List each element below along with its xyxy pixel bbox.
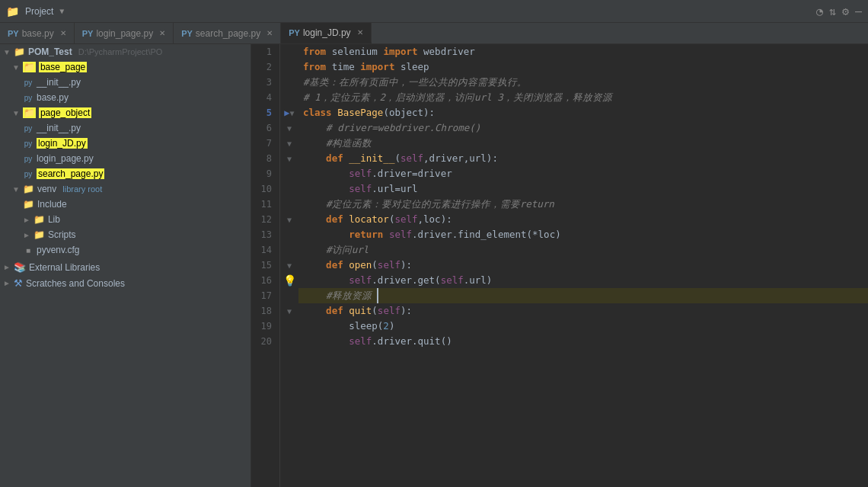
tab-base-py[interactable]: PY base.py ✕	[0, 23, 75, 43]
sidebar-file-init-2[interactable]: py __init__.py	[0, 120, 251, 136]
code-line-7[interactable]: #构造函数	[298, 136, 868, 151]
tab-close-login-jd-py[interactable]: ✕	[357, 28, 363, 37]
keyword-from: from	[303, 44, 326, 59]
code-line-16[interactable]: self .driver.get( self .url)	[298, 273, 868, 288]
code-line-18[interactable]: def quit ( self ):	[298, 303, 868, 319]
self-kw: self	[441, 273, 464, 288]
gutter-6[interactable]: ▼	[280, 120, 298, 136]
bulb-icon[interactable]: 💡	[283, 274, 296, 287]
comment-14: #访问url	[303, 242, 369, 258]
gutter-7[interactable]: ▼	[280, 136, 298, 151]
code-line-15[interactable]: def open ( self ):	[298, 258, 868, 273]
funcname-open: open	[349, 258, 372, 273]
keyword-import: import	[360, 59, 394, 75]
line-numbers: 1 2 3 4 5 6 7 8 9 10 11 12 13 14 15 16 1…	[251, 44, 280, 487]
gutter-12[interactable]: ▼	[280, 212, 298, 227]
tab-search-page-py[interactable]: PY search_page.py ✕	[174, 23, 281, 43]
code-line-4[interactable]: # 1，定位元素，2，启动浏览器，访问url 3，关闭浏览器，释放资源	[298, 90, 868, 105]
code-line-1[interactable]: from selenium import webdriver	[298, 44, 868, 59]
code-line-6[interactable]: # driver=webdriver.Chrome()	[298, 120, 868, 136]
sidebar-scratches-consoles[interactable]: ► ⚒ Scratches and Consoles	[0, 275, 251, 291]
sidebar-file-base-py[interactable]: py base.py	[0, 90, 251, 105]
sidebar-project-root[interactable]: ▼ 📁 POM_Test D:\PycharmProject\PO	[0, 44, 251, 59]
funcname-quit: quit	[349, 303, 372, 319]
fold-icon[interactable]: ▼	[290, 109, 295, 117]
exec-arrow-icon: ▶	[284, 107, 289, 118]
line-num-7: 7	[251, 136, 275, 151]
tab-label: login_page.py	[96, 28, 153, 39]
line-num-13: 13	[251, 227, 275, 242]
sidebar-file-login-jd[interactable]: py login_JD.py	[0, 136, 251, 151]
sidebar-folder-base-page[interactable]: ▼ 📁 base_page	[0, 59, 251, 75]
file-name: login_JD.py	[37, 138, 88, 149]
sidebar-file-pyvenv-cfg[interactable]: ■ pyvenv.cfg	[0, 242, 251, 258]
sidebar: ▼ 📁 POM_Test D:\PycharmProject\PO ▼ 📁 ba…	[0, 44, 251, 487]
expand-arrow-icon: ▼	[3, 48, 11, 56]
chevron-down-icon[interactable]: ▼	[59, 7, 64, 15]
fold-icon[interactable]: ▼	[287, 155, 292, 163]
top-bar: 📁 Project ▼ ◔ ⇅ ⚙ –	[0, 0, 868, 23]
fold-icon[interactable]: ▼	[287, 124, 292, 133]
code-area: 1 2 3 4 5 6 7 8 9 10 11 12 13 14 15 16 1…	[251, 44, 868, 487]
tab-close-base-py[interactable]: ✕	[60, 29, 66, 37]
split-icon[interactable]: ⇅	[829, 5, 836, 18]
tab-login-page-py[interactable]: PY login_page.py ✕	[75, 23, 174, 43]
code-line-19[interactable]: sleep( 2 )	[298, 319, 868, 334]
sidebar-file-login-page[interactable]: py login_page.py	[0, 151, 251, 166]
sidebar-file-search-page[interactable]: py search_page.py	[0, 166, 251, 181]
code-line-20[interactable]: self .driver.quit()	[298, 334, 868, 349]
sidebar-external-libraries[interactable]: ► 📚 External Libraries	[0, 259, 251, 275]
folder-icon: 📁	[23, 62, 36, 72]
top-bar-title: Project	[25, 6, 53, 17]
code-line-14[interactable]: #访问url	[298, 242, 868, 258]
ext-lib-icon: 📚	[14, 261, 26, 273]
sidebar-folder-lib[interactable]: ► 📁 Lib	[0, 212, 251, 227]
tab-close-search-page-py[interactable]: ✕	[266, 29, 273, 37]
line-num-1: 1	[251, 44, 275, 59]
fold-icon[interactable]: ▼	[287, 307, 292, 316]
sidebar-file-init-1[interactable]: py __init__.py	[0, 75, 251, 90]
gutter-8[interactable]: ▼	[280, 151, 298, 166]
sidebar-folder-page-object[interactable]: ▼ 📁 page_object	[0, 105, 251, 120]
code-line-3[interactable]: #基类：在所有页面中，一些公共的内容需要执行。	[298, 75, 868, 90]
gutter-15[interactable]: ▼	[280, 258, 298, 273]
line-num-9: 9	[251, 166, 275, 181]
expand-arrow-icon: ►	[23, 216, 30, 224]
gutter-16[interactable]: 💡	[280, 273, 298, 288]
fold-icon[interactable]: ▼	[287, 216, 292, 224]
code-line-2[interactable]: from time import sleep	[298, 59, 868, 75]
code-line-5[interactable]: class BasePage ( object ):	[298, 105, 868, 120]
minus-icon[interactable]: –	[855, 5, 862, 18]
line-num-14: 14	[251, 242, 275, 258]
code-line-13[interactable]: return self .driver.find_element(*loc)	[298, 227, 868, 242]
gear-icon[interactable]: ⚙	[842, 5, 849, 18]
line-num-5: 5	[251, 105, 275, 120]
file-name: __init__.py	[37, 123, 81, 133]
tab-close-login-page-py[interactable]: ✕	[159, 29, 165, 37]
project-root-path: D:\PycharmProject\PO	[78, 47, 163, 56]
code-lines[interactable]: from selenium import webdriver from time…	[298, 44, 868, 487]
gutter-19	[280, 319, 298, 334]
sidebar-folder-venv[interactable]: ▼ 📁 venv library root	[0, 181, 251, 197]
tab-login-jd-py[interactable]: PY login_JD.py ✕	[281, 23, 371, 43]
sidebar-folder-include[interactable]: 📁 Include	[0, 197, 251, 212]
line-num-10: 10	[251, 181, 275, 197]
gutter-18[interactable]: ▼	[280, 303, 298, 319]
folder-name: Scripts	[48, 229, 76, 240]
py-file-icon: PY	[181, 29, 193, 38]
comment-11: #定位元素：要对定位的元素进行操作，需要return	[303, 197, 554, 212]
sidebar-folder-scripts[interactable]: ► 📁 Scripts	[0, 227, 251, 242]
fold-icon[interactable]: ▼	[287, 261, 292, 270]
gutter-5[interactable]: ▶ ▼	[280, 105, 298, 120]
code-line-9[interactable]: self .driver=driver	[298, 166, 868, 181]
gutter-20	[280, 334, 298, 349]
self-kw: self	[349, 166, 372, 181]
code-line-8[interactable]: def __init__ ( self ,driver,url):	[298, 151, 868, 166]
code-line-11[interactable]: #定位元素：要对定位的元素进行操作，需要return	[298, 197, 868, 212]
fold-icon[interactable]: ▼	[287, 139, 292, 148]
keyword-def: def	[326, 258, 343, 273]
code-line-12[interactable]: def locator ( self ,loc):	[298, 212, 868, 227]
code-line-10[interactable]: self .url=url	[298, 181, 868, 197]
compass-icon[interactable]: ◔	[816, 5, 823, 18]
code-line-17[interactable]: #释放资源	[298, 288, 868, 303]
